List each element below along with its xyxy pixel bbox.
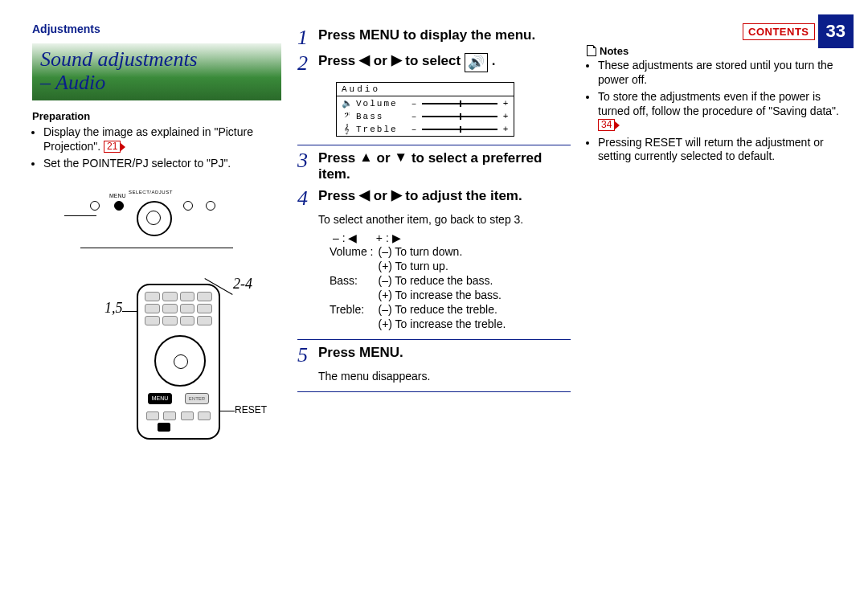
panel-input-button <box>206 201 215 211</box>
table-row: Bass: (–) To reduce the bass. <box>330 273 510 288</box>
panel-enter-button <box>183 201 193 211</box>
step-5-number: 5 <box>297 345 312 366</box>
arrow-left-icon: ◀ <box>348 231 357 244</box>
reset-label: RESET <box>235 404 267 415</box>
remote-dpad <box>154 335 206 387</box>
adjust-plus: (+) To increase the bass. <box>378 288 510 302</box>
osd-slider <box>422 116 497 117</box>
step-2-number: 2 <box>297 53 312 74</box>
select-adjust-label: SELECT/ADJUST <box>129 190 173 194</box>
step-3-number: 3 <box>297 150 312 183</box>
divider <box>297 391 571 392</box>
note-item-2-text: To store the adjustments even if the pow… <box>598 90 839 117</box>
arrow-up-icon: ▲ <box>359 149 373 166</box>
preparation-heading: Preparation <box>32 110 281 122</box>
notes-heading-text: Notes <box>600 45 628 57</box>
callout-1-5: 1,5 <box>104 300 123 317</box>
table-row: (+) To increase the bass. <box>330 288 510 302</box>
step-2-pre: Press <box>318 53 359 68</box>
adjust-minus: (–) To reduce the treble. <box>378 302 510 317</box>
remote-reset-key <box>158 423 170 432</box>
page-number: 33 <box>818 14 854 48</box>
note-item-3: Pressing RESET will return the adjustmen… <box>598 136 852 164</box>
osd-minus: – <box>411 99 417 108</box>
remote-control: MENU ENTER <box>137 284 220 440</box>
arrow-left-icon: ◀ <box>359 52 370 68</box>
arrow-left-icon: ◀ <box>359 187 370 203</box>
adjust-table: Volume : (–) To turn down. (+) To turn u… <box>330 244 510 331</box>
osd-slider <box>422 103 497 104</box>
projector-panel: SELECT/ADJUST MENU <box>80 191 233 248</box>
step-4-post: to adjust the item. <box>402 188 522 203</box>
osd-row-volume: 🔈 Volume – + <box>337 96 514 110</box>
note-icon <box>587 45 596 56</box>
table-row: Treble: (–) To reduce the treble. <box>330 302 510 317</box>
remote-small-key <box>198 411 211 420</box>
arrow-right-icon: ▶ <box>391 187 402 203</box>
adjust-plus: (+) To turn up. <box>378 259 510 273</box>
step-4-title: Press ◀ or ▶ to adjust the item. <box>318 188 571 209</box>
contents-button[interactable]: CONTENTS <box>743 23 815 40</box>
note-item-1: These adjustments are stored until you t… <box>598 59 852 87</box>
arrow-down-icon: ▼ <box>394 149 407 166</box>
panel-menu-label: MENU <box>109 193 126 199</box>
osd-plus: + <box>502 99 509 108</box>
remote-small-key <box>146 411 159 420</box>
step-2-period: . <box>488 53 495 68</box>
pm-minus: – : <box>333 231 346 244</box>
speaker-icon: 🔊 <box>465 53 488 72</box>
remote-small-key <box>163 411 176 420</box>
adjust-name: Bass: <box>330 273 378 288</box>
adjust-minus: (–) To turn down. <box>378 244 510 259</box>
table-row: (+) To turn up. <box>330 259 510 273</box>
osd-audio-menu: Audio 🔈 Volume – + 𝄢 Bass – + 𝄞 Treble – <box>336 82 514 137</box>
step-5-title: Press MENU. <box>318 345 571 366</box>
adjust-minus: (–) To reduce the bass. <box>378 273 510 288</box>
page-ref-34[interactable]: 34 <box>598 119 615 131</box>
divider <box>297 339 571 340</box>
volume-icon: 🔈 <box>342 98 351 108</box>
note-item-2: To store the adjustments even if the pow… <box>598 90 852 133</box>
osd-minus: – <box>411 112 417 121</box>
prep-item-1-text: Display the image as explained in "Pictu… <box>43 125 253 153</box>
osd-bass-label: Bass <box>356 112 406 121</box>
title-line-2: – Audio <box>40 72 273 95</box>
plus-minus-legend: – : ◀ + : ▶ <box>333 231 571 244</box>
osd-slider <box>422 129 497 130</box>
leader-line <box>219 411 235 411</box>
osd-minus: – <box>411 125 417 134</box>
step-3-title: Press ▲ or ▼ to select a preferred item. <box>318 150 571 183</box>
section-label: Adjustments <box>32 23 281 35</box>
osd-plus: + <box>502 112 509 121</box>
osd-title: Audio <box>337 83 514 96</box>
osd-row-treble: 𝄞 Treble – + <box>337 123 514 136</box>
page-title: Sound adjustments – Audio <box>32 43 281 100</box>
page-ref-21[interactable]: 21 <box>104 141 121 153</box>
step-4-note: To select another item, go back to step … <box>318 212 571 227</box>
table-row: (+) To increase the treble. <box>330 317 510 331</box>
table-row: Volume : (–) To turn down. <box>330 244 510 259</box>
osd-volume-label: Volume <box>356 99 406 108</box>
osd-row-bass: 𝄢 Bass – + <box>337 110 514 123</box>
remote-menu-key: MENU <box>148 393 172 404</box>
callout-2-4: 2-4 <box>233 276 252 293</box>
adjust-plus: (+) To increase the treble. <box>378 317 510 331</box>
remote-enter-key: ENTER <box>185 393 209 404</box>
step-2-title: Press ◀ or ▶ to select 🔊 . <box>318 53 571 74</box>
bass-icon: 𝄢 <box>342 112 351 121</box>
step-3-mid: or <box>373 150 394 166</box>
panel-dpad <box>137 201 172 236</box>
step-5-note: The menu disappears. <box>318 369 571 383</box>
treble-icon: 𝄞 <box>342 125 351 134</box>
divider <box>297 145 571 145</box>
step-3-pre: Press <box>318 150 359 166</box>
leader-line <box>64 215 96 216</box>
prep-item-2: Set the POINTER/PJ selector to "PJ". <box>43 157 281 171</box>
pm-plus: + : <box>376 231 389 244</box>
panel-standby-button <box>90 201 100 211</box>
osd-plus: + <box>502 125 509 134</box>
adjust-name: Treble: <box>330 302 378 317</box>
step-4-mid: or <box>370 188 391 203</box>
osd-treble-label: Treble <box>356 125 406 134</box>
step-4-pre: Press <box>318 188 359 203</box>
